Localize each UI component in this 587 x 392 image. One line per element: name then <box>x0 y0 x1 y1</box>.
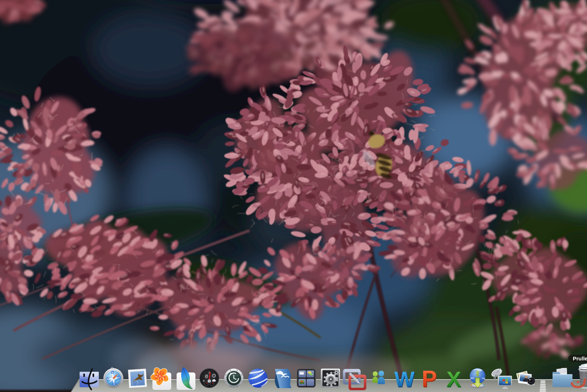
svg-text:Prullenb: Prullenb <box>573 355 587 361</box>
